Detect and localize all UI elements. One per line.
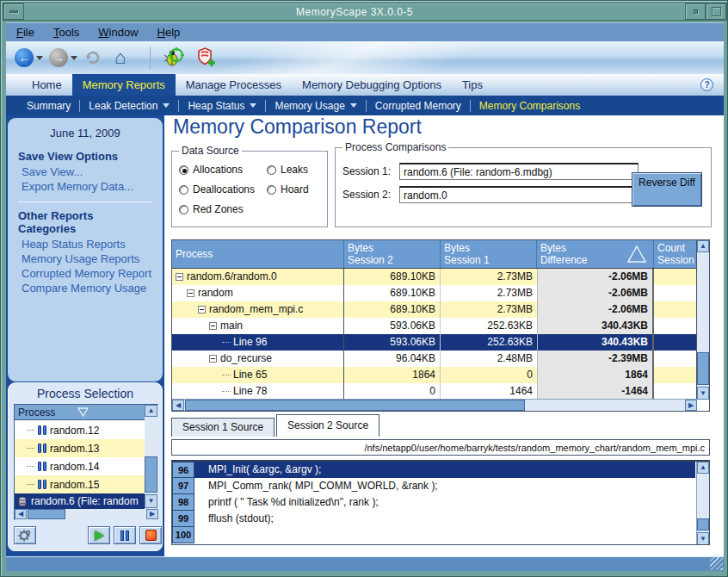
radio-deallocations[interactable]: Deallocations [179,183,267,195]
tab-session2-source[interactable]: Session 2 Source [276,414,379,437]
menu-window[interactable]: Window [98,26,138,39]
scroll-up-icon[interactable]: ▲ [697,240,709,252]
subnav-corrupted-memory[interactable]: Corrupted Memory [366,100,470,112]
table-row[interactable]: random_mem_mpi.c 689.10KB 2.73MB -2.06MB [172,301,697,318]
table-hscrollbar[interactable]: ◀ ▶ [172,399,697,411]
scroll-left-icon[interactable]: ◀ [172,400,184,411]
source-line[interactable]: 97 MPI_Comm_rank( MPI_COMM_WORLD, &rank … [172,478,709,494]
stop-button[interactable] [139,526,162,544]
menu-tools[interactable]: Tools [53,26,79,39]
source-vscrollbar[interactable]: ▲ ▼ [696,462,709,545]
radio-red-zones[interactable]: Red Zones [179,203,267,215]
radio-hoard[interactable]: Hoard [267,183,320,195]
scroll-down-icon[interactable]: ▼ [697,387,709,400]
process-list-item[interactable]: random.15 [15,475,145,493]
export-memory-data-link[interactable]: Export Memory Data... [22,180,152,193]
back-dropdown-icon[interactable] [36,56,43,60]
subnav-heap-status[interactable]: Heap Status [178,100,265,112]
collapse-icon[interactable] [209,322,217,330]
source-line-selected[interactable]: 96 MPI_Init( &argc, &argv ); [172,462,709,478]
minimize-button[interactable] [685,3,706,20]
scroll-down-icon[interactable]: ▼ [697,532,709,545]
table-vscrollbar[interactable]: ▲ ▼ [696,240,709,400]
process-list-item[interactable]: random.13 [15,439,145,457]
subnav-summary[interactable]: Summary [18,100,79,112]
process-list-vscrollbar[interactable]: ▲ ▼ [145,405,158,509]
scroll-thumb[interactable] [697,352,709,385]
session2-field[interactable]: random.0 [399,186,639,203]
table-row[interactable]: Line 65 1864 0 1864 [172,367,697,383]
source-line[interactable]: 98 printf ( " Task %d initialized\n", ra… [172,494,709,511]
column-header-bytes-session2[interactable]: BytesSession 2 [344,240,441,268]
table-row[interactable]: Line 78 0 1464 -1464 [172,383,697,400]
tab-memory-debugging-options[interactable]: Memory Debugging Options [292,74,452,96]
tab-session1-source[interactable]: Session 1 Source [171,418,275,437]
line-number[interactable]: 98 [172,494,194,511]
tab-home[interactable]: Home [22,74,72,96]
reverse-diff-button[interactable]: Reverse Diff [632,172,702,207]
menu-file[interactable]: File [16,26,34,39]
scroll-right-icon[interactable]: ▶ [685,400,697,411]
table-row-selected[interactable]: Line 96 593.06KB 252.63KB 340.43KB [172,334,697,351]
window-menu-button[interactable] [3,3,24,20]
help-icon[interactable]: ? [700,78,713,91]
heap-status-reports-link[interactable]: Heap Status Reports [22,238,152,251]
scroll-down-icon[interactable]: ▼ [145,494,157,508]
process-list-hscrollbar[interactable]: ◀ ▶ [15,509,158,520]
subnav-leak-detection[interactable]: Leak Detection [79,100,178,112]
forward-dropdown-icon[interactable] [71,56,77,60]
collapse-icon[interactable] [176,273,183,281]
column-header-bytes-session1[interactable]: BytesSession 1 [441,240,537,268]
column-header-process[interactable]: Process [172,240,344,268]
table-row[interactable]: main 593.06KB 252.63KB 340.43KB [172,318,697,334]
column-header-bytes-difference[interactable]: BytesDifference [537,240,654,268]
subnav-memory-usage[interactable]: Memory Usage [265,100,365,112]
table-row[interactable]: random.6/random.0 689.10KB 2.73MB -2.06M… [172,269,697,285]
scroll-left-icon[interactable]: ◀ [15,509,27,519]
line-number[interactable]: 97 [172,478,194,494]
process-list-item[interactable]: random.14 [15,457,145,475]
collapse-icon[interactable] [209,355,217,363]
menu-help[interactable]: Help [157,26,181,39]
tab-tips[interactable]: Tips [452,74,493,96]
process-list-header[interactable]: Process [15,405,145,420]
process-settings-button[interactable] [14,526,36,544]
session1-field[interactable]: random.6 (File: random-6.mdbg) [399,163,639,180]
selected-process-row[interactable]: random.6 (File: random [15,493,145,509]
radio-allocations[interactable]: Allocations [179,164,267,176]
table-row[interactable]: do_recurse 96.04KB 2.48MB -2.39MB [172,351,697,367]
line-number[interactable]: 96 [172,462,194,478]
memory-debugging-button[interactable] [163,47,185,69]
compare-memory-usage-link[interactable]: Compare Memory Usage [22,282,152,295]
tab-manage-processes[interactable]: Manage Processes [176,74,292,96]
line-number[interactable]: 100 [172,527,194,543]
pause-button[interactable] [114,526,136,544]
forward-button[interactable]: → [49,48,68,67]
maximize-button[interactable] [706,3,726,20]
resize-grip-icon[interactable] [710,557,723,570]
collapse-icon[interactable] [187,289,194,297]
scroll-up-icon[interactable]: ▲ [697,462,709,474]
line-number[interactable]: 99 [172,511,194,527]
back-button[interactable]: ← [15,48,34,67]
refresh-button[interactable] [83,48,102,67]
scroll-up-icon[interactable]: ▲ [145,405,157,417]
save-view-link[interactable]: Save View... [22,165,152,178]
tab-memory-reports[interactable]: Memory Reports [72,74,176,96]
run-button[interactable] [88,526,110,544]
subnav-memory-comparisons[interactable]: Memory Comparisons [470,100,589,112]
memory-protect-button[interactable] [197,47,216,68]
scroll-thumb[interactable] [28,509,65,519]
scroll-right-icon[interactable]: ▶ [146,509,158,519]
radio-leaks[interactable]: Leaks [267,164,320,176]
corrupted-memory-report-link[interactable]: Corrupted Memory Report [22,267,152,280]
collapse-icon[interactable] [198,306,206,313]
scroll-thumb[interactable] [145,456,157,493]
home-button[interactable]: ⌂ [114,49,126,66]
scroll-thumb[interactable] [697,518,709,530]
scroll-thumb[interactable] [185,400,525,411]
memory-usage-reports-link[interactable]: Memory Usage Reports [22,252,152,265]
source-line[interactable]: 100 [172,527,709,543]
process-list-item[interactable]: random.12 [15,421,145,439]
source-code-view[interactable]: 96 MPI_Init( &argc, &argv ); 97 MPI_Comm… [171,460,710,545]
